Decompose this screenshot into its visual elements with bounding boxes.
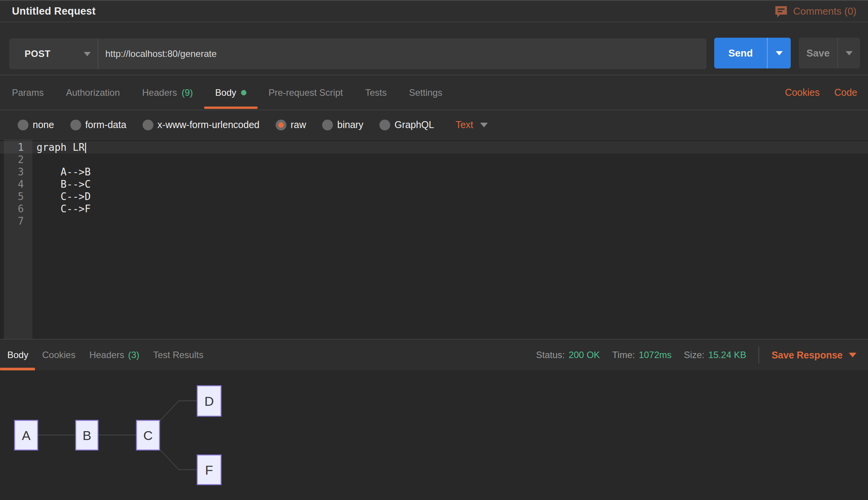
editor-line-text: B-->C	[32, 178, 91, 190]
meta-divider	[758, 347, 759, 363]
response-body-panel: ABCDF	[0, 370, 868, 500]
response-status: Status: 200 OK	[536, 350, 600, 360]
graph-edge-C-D	[160, 401, 197, 421]
send-caret-icon	[776, 51, 783, 55]
tab-headers[interactable]: Headers (9)	[142, 75, 193, 110]
time-value: 1072ms	[639, 350, 672, 360]
tab-authorization[interactable]: Authorization	[66, 75, 120, 110]
graph-node-label: D	[205, 394, 214, 408]
graph-node-B: B	[76, 420, 98, 450]
editor-line[interactable]: 7	[0, 215, 868, 227]
size-value: 15.24 KB	[708, 350, 746, 360]
raw-format-label: Text	[456, 119, 473, 130]
line-number: 5	[4, 190, 32, 203]
radio-icon	[18, 120, 28, 130]
request-tabs-bar: Params Authorization Headers (9) Body Pr…	[0, 75, 868, 110]
radio-icon	[322, 120, 333, 130]
editor-line[interactable]: 2	[0, 153, 868, 166]
save-caret-icon	[846, 51, 853, 55]
save-button-label[interactable]: Save	[799, 38, 837, 68]
response-tab-test-results[interactable]: Test Results	[153, 340, 203, 370]
editor-line-text: C-->F	[32, 203, 91, 215]
request-header-bar: Untitled Request Comments (0)	[0, 0, 868, 22]
request-body-editor[interactable]: 1graph LR23 A-->B4 B-->C5 C-->D6 C-->F7	[0, 140, 868, 339]
editor-line[interactable]: 6 C-->F	[0, 203, 868, 215]
line-number: 7	[4, 215, 32, 227]
line-number: 1	[4, 141, 32, 153]
line-number: 2	[4, 153, 32, 166]
editor-line[interactable]: 5 C-->D	[0, 190, 868, 203]
editor-line-text	[32, 153, 37, 166]
send-button-label[interactable]: Send	[714, 38, 767, 68]
response-tabs-bar: Body Cookies Headers (3) Test Results St…	[0, 339, 868, 370]
response-time: Time: 1072ms	[612, 350, 672, 360]
body-modified-dot	[241, 90, 246, 95]
editor-line-text: graph LR	[32, 141, 86, 153]
body-type-radio-graphql[interactable]: GraphQL	[379, 119, 434, 130]
line-number: 6	[4, 203, 32, 215]
body-type-radio-x-www-form-urlencoded[interactable]: x-www-form-urlencoded	[143, 119, 259, 130]
graph-edge-C-F	[160, 449, 197, 470]
tab-body[interactable]: Body	[215, 75, 246, 110]
response-graph: ABCDF	[0, 370, 868, 500]
code-link[interactable]: Code	[834, 87, 857, 98]
graph-node-C: C	[136, 420, 160, 450]
tab-params[interactable]: Params	[12, 75, 44, 110]
radio-selected-icon	[276, 120, 286, 130]
body-type-radio-raw[interactable]: raw	[276, 119, 306, 130]
response-size: Size: 15.24 KB	[684, 350, 746, 360]
radio-icon	[70, 120, 81, 130]
comment-bubble-icon	[775, 5, 788, 17]
raw-format-select[interactable]: Text	[456, 119, 488, 130]
send-button[interactable]: Send	[714, 38, 791, 68]
body-type-radio-none[interactable]: none	[18, 119, 54, 130]
graph-node-label: B	[83, 428, 91, 443]
graph-node-F: F	[197, 455, 221, 485]
graph-node-label: C	[143, 428, 153, 443]
url-field: POST	[9, 38, 707, 69]
comments-button[interactable]: Comments (0)	[775, 5, 856, 17]
body-type-radio-binary[interactable]: binary	[322, 119, 363, 130]
headers-count-badge: (9)	[182, 87, 193, 98]
editor-cursor	[85, 143, 86, 153]
cookies-link[interactable]: Cookies	[785, 87, 820, 98]
response-tab-cookies[interactable]: Cookies	[42, 340, 76, 370]
graph-node-label: A	[22, 428, 31, 443]
response-headers-count-badge: (3)	[128, 350, 139, 360]
method-label: POST	[25, 48, 50, 59]
line-number: 4	[4, 178, 32, 190]
editor-line[interactable]: 3 A-->B	[0, 166, 868, 178]
tab-tests[interactable]: Tests	[365, 75, 387, 110]
url-input[interactable]	[98, 38, 707, 69]
save-response-button[interactable]: Save Response	[772, 350, 856, 361]
status-value: 200 OK	[569, 350, 600, 360]
body-type-row: none form-data x-www-form-urlencoded raw…	[0, 110, 868, 140]
tab-pre-request-script[interactable]: Pre-request Script	[269, 75, 343, 110]
request-title: Untitled Request	[12, 5, 96, 17]
comments-label: Comments (0)	[793, 5, 856, 17]
line-number: 3	[4, 166, 32, 178]
save-options-dropdown[interactable]	[837, 38, 860, 68]
graph-node-A: A	[15, 420, 38, 450]
radio-icon	[143, 120, 153, 130]
editor-line-text: A-->B	[32, 166, 91, 178]
send-options-dropdown[interactable]	[767, 38, 791, 68]
body-type-radio-form-data[interactable]: form-data	[70, 119, 126, 130]
response-tab-body[interactable]: Body	[7, 340, 28, 370]
save-response-caret-icon	[849, 353, 856, 357]
editor-line-text: C-->D	[32, 190, 91, 203]
tab-settings[interactable]: Settings	[409, 75, 442, 110]
editor-line[interactable]: 4 B-->C	[0, 178, 868, 190]
format-caret-icon	[480, 123, 488, 127]
editor-line-text	[32, 215, 37, 227]
graph-node-D: D	[197, 386, 221, 416]
method-select[interactable]: POST	[9, 38, 98, 69]
save-button[interactable]: Save	[799, 38, 860, 68]
editor-line[interactable]: 1graph LR	[0, 141, 868, 153]
request-url-row: POST Send Save	[0, 22, 868, 75]
response-tab-headers[interactable]: Headers (3)	[89, 340, 139, 370]
radio-icon	[379, 120, 390, 130]
graph-node-label: F	[205, 463, 213, 477]
method-caret-icon	[84, 52, 91, 56]
